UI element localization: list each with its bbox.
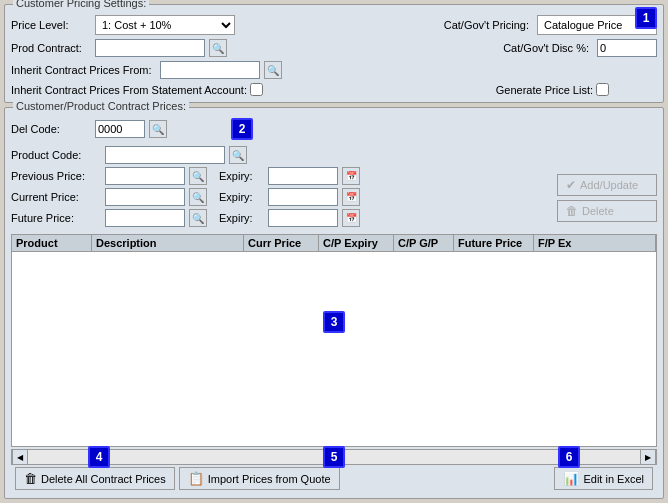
checkbox-row: Inherit Contract Prices From Statement A… xyxy=(11,83,657,96)
current-price-label: Current Price: xyxy=(11,191,101,203)
product-code-label: Product Code: xyxy=(11,149,101,161)
delete-icon: 🗑 xyxy=(566,204,578,218)
del-code-row: Del Code: 🔍 2 xyxy=(11,118,657,140)
expiry-label-3: Expiry: xyxy=(219,212,264,224)
delete-button[interactable]: 🗑 Delete xyxy=(557,200,657,222)
col-future-price: Future Price xyxy=(454,235,534,251)
col-product: Product xyxy=(12,235,92,251)
contract-prices-title: Customer/Product Contract Prices: xyxy=(13,100,189,112)
import-prices-btn[interactable]: 📋 Import Prices from Quote xyxy=(179,467,340,490)
action-buttons: ✔ Add/Update 🗑 Delete xyxy=(557,146,657,230)
inherit-label: Inherit Contract Prices From: xyxy=(11,64,156,76)
prod-contract-row: Prod Contract: 🔍 Cat/Gov't Disc %: xyxy=(11,39,657,57)
col-cp-expiry: C/P Expiry xyxy=(319,235,394,251)
contract-prices-section: Customer/Product Contract Prices: Del Co… xyxy=(4,107,664,499)
generate-price-label[interactable]: Generate Price List: xyxy=(496,83,609,96)
cat-disc-input[interactable] xyxy=(597,39,657,57)
badge-1-container: 1 xyxy=(635,7,657,29)
product-code-search-btn[interactable]: 🔍 xyxy=(229,146,247,164)
inherit-statement-label[interactable]: Inherit Contract Prices From Statement A… xyxy=(11,83,263,96)
cat-disc-label: Cat/Gov't Disc %: xyxy=(479,42,589,54)
badge-2: 2 xyxy=(231,118,253,140)
main-container: Customer Pricing Settings: 1 Price Level… xyxy=(0,0,668,503)
previous-expiry-cal-btn[interactable]: 📅 xyxy=(342,167,360,185)
price-level-select[interactable]: 1: Cost + 10% 2: Cost + 20% 3: List Pric… xyxy=(95,15,235,35)
delete-all-icon: 🗑 xyxy=(24,471,37,486)
col-fp-ex: F/P Ex xyxy=(534,235,656,251)
import-icon: 📋 xyxy=(188,471,204,486)
excel-label: Edit in Excel xyxy=(583,473,644,485)
badge-4: 4 xyxy=(88,446,110,468)
col-description: Description xyxy=(92,235,244,251)
expiry-label-1: Expiry: xyxy=(219,170,264,182)
del-code-label: Del Code: xyxy=(11,123,91,135)
del-code-search-btn[interactable]: 🔍 xyxy=(149,120,167,138)
future-price-search-btn[interactable]: 🔍 xyxy=(189,209,207,227)
future-expiry-cal-btn[interactable]: 📅 xyxy=(342,209,360,227)
table-body: 3 xyxy=(12,252,656,392)
cat-pricing-label: Cat/Gov't Pricing: xyxy=(419,19,529,31)
previous-price-input[interactable] xyxy=(105,167,185,185)
prod-contract-label: Prod Contract: xyxy=(11,42,91,54)
future-price-input[interactable] xyxy=(105,209,185,227)
current-expiry-cal-btn[interactable]: 📅 xyxy=(342,188,360,206)
current-price-input[interactable] xyxy=(105,188,185,206)
table-header: Product Description Curr Price C/P Expir… xyxy=(12,235,656,252)
badge-5: 5 xyxy=(323,446,345,468)
inherit-row: Inherit Contract Prices From: 🔍 xyxy=(11,61,657,79)
current-price-row: Current Price: 🔍 Expiry: 📅 xyxy=(11,188,549,206)
add-update-icon: ✔ xyxy=(566,178,576,192)
badge-6: 6 xyxy=(558,446,580,468)
future-expiry-input[interactable] xyxy=(268,209,338,227)
bottom-toolbar: 🗑 Delete All Contract Prices 📋 Import Pr… xyxy=(11,465,657,492)
contract-left: Product Code: 🔍 Previous Price: 🔍 Expiry… xyxy=(11,146,549,230)
generate-price-checkbox[interactable] xyxy=(596,83,609,96)
future-price-row: Future Price: 🔍 Expiry: 📅 xyxy=(11,209,549,227)
pricing-settings-title: Customer Pricing Settings: xyxy=(13,0,149,9)
price-level-row: Price Level: 1: Cost + 10% 2: Cost + 20%… xyxy=(11,15,657,35)
expiry-label-2: Expiry: xyxy=(219,191,264,203)
col-curr-price: Curr Price xyxy=(244,235,319,251)
product-code-input[interactable] xyxy=(105,146,225,164)
scroll-track[interactable]: 4 5 6 xyxy=(28,450,640,464)
delete-all-btn[interactable]: 🗑 Delete All Contract Prices xyxy=(15,467,175,490)
inherit-search-btn[interactable]: 🔍 xyxy=(264,61,282,79)
future-price-label: Future Price: xyxy=(11,212,101,224)
scroll-left-btn[interactable]: ◀ xyxy=(12,449,28,465)
pricing-settings-section: Customer Pricing Settings: 1 Price Level… xyxy=(4,4,664,103)
prod-contract-input[interactable] xyxy=(95,39,205,57)
delete-all-label: Delete All Contract Prices xyxy=(41,473,166,485)
badge-3: 3 xyxy=(323,311,345,333)
previous-price-search-btn[interactable]: 🔍 xyxy=(189,167,207,185)
previous-price-row: Previous Price: 🔍 Expiry: 📅 xyxy=(11,167,549,185)
del-code-input[interactable] xyxy=(95,120,145,138)
previous-price-label: Previous Price: xyxy=(11,170,101,182)
import-label: Import Prices from Quote xyxy=(208,473,331,485)
horizontal-scrollbar[interactable]: ◀ 4 5 6 ▶ xyxy=(11,449,657,465)
inherit-statement-checkbox[interactable] xyxy=(250,83,263,96)
col-cp-gp: C/P G/P xyxy=(394,235,454,251)
contract-table: Product Description Curr Price C/P Expir… xyxy=(11,234,657,447)
contract-main-area: Product Code: 🔍 Previous Price: 🔍 Expiry… xyxy=(11,146,657,230)
previous-expiry-input[interactable] xyxy=(268,167,338,185)
current-price-search-btn[interactable]: 🔍 xyxy=(189,188,207,206)
inherit-input[interactable] xyxy=(160,61,260,79)
add-update-button[interactable]: ✔ Add/Update xyxy=(557,174,657,196)
prod-contract-search-btn[interactable]: 🔍 xyxy=(209,39,227,57)
current-expiry-input[interactable] xyxy=(268,188,338,206)
product-code-row: Product Code: 🔍 xyxy=(11,146,549,164)
edit-excel-btn[interactable]: 📊 Edit in Excel xyxy=(554,467,653,490)
excel-icon: 📊 xyxy=(563,471,579,486)
badge-3-container: 3 xyxy=(323,311,345,333)
price-level-label: Price Level: xyxy=(11,19,91,31)
scroll-right-btn[interactable]: ▶ xyxy=(640,449,656,465)
badge-1: 1 xyxy=(635,7,657,29)
